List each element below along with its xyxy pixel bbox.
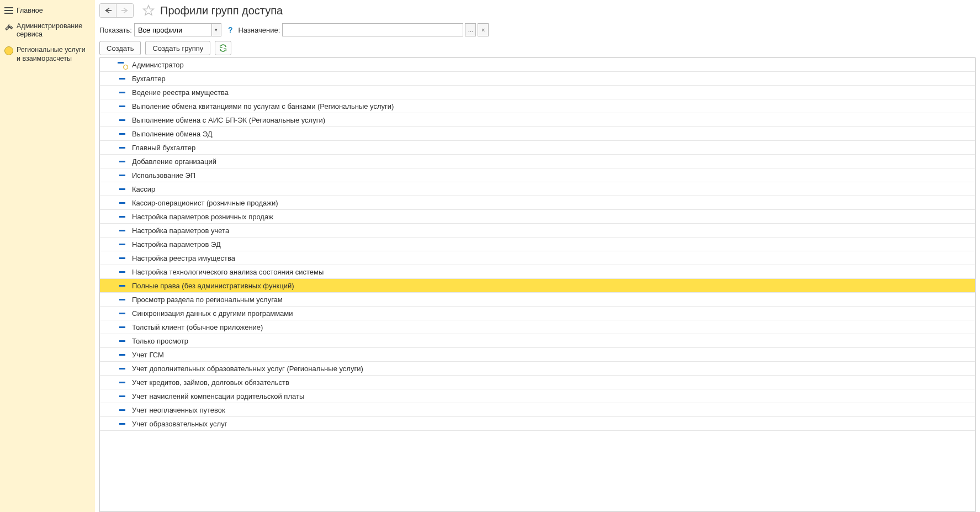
destination-lookup-button[interactable]: ...	[465, 23, 476, 36]
table-row[interactable]: Просмотр раздела по региональным услугам	[100, 293, 975, 307]
toolbar: Создать Создать группу	[99, 41, 976, 55]
destination-clear-button[interactable]: ×	[478, 23, 489, 36]
row-label: Выполнение обмена с АИС БП-ЭК (Региональ…	[129, 116, 325, 124]
table-row[interactable]: Главный бухгалтер	[100, 141, 975, 155]
table-row[interactable]: Кассир-операционист (розничные продажи)	[100, 196, 975, 210]
profile-icon	[115, 244, 129, 245]
row-label: Ведение реестра имущества	[129, 88, 229, 97]
profile-icon	[115, 133, 129, 135]
create-group-button[interactable]: Создать группу	[145, 41, 210, 55]
sidebar-item-label: Администрирование сервиса	[14, 22, 91, 39]
table-row[interactable]: Добавление организаций	[100, 155, 975, 168]
main-area: Профили групп доступа Показать: ▾ ? Назн…	[95, 0, 980, 512]
table-row[interactable]: Выполнение обмена с АИС БП-ЭК (Региональ…	[100, 113, 975, 127]
sidebar-item-main[interactable]: Главное	[0, 3, 95, 19]
table-row[interactable]: Использование ЭП	[100, 168, 975, 182]
table-row[interactable]: Настройка параметров розничных продаж	[100, 210, 975, 224]
profile-icon	[115, 423, 129, 425]
show-select: ▾	[134, 23, 221, 36]
row-label: Главный бухгалтер	[129, 144, 195, 152]
create-button[interactable]: Создать	[99, 41, 141, 55]
row-label: Выполение обмена квитанциями по услугам …	[129, 102, 394, 110]
back-button[interactable]	[100, 4, 116, 17]
table-row[interactable]: Толстый клиент (обычное приложение)	[100, 320, 975, 334]
sidebar-item-admin[interactable]: Администрирование сервиса	[0, 19, 95, 43]
row-label: Настройка параметров учета	[129, 226, 229, 235]
table-row[interactable]: Учет дополнительных образовательных услу…	[100, 362, 975, 376]
profile-icon	[115, 92, 129, 93]
profile-icon	[115, 354, 129, 356]
show-input[interactable]	[134, 23, 211, 36]
row-label: Учет неоплаченных путевок	[129, 406, 225, 414]
svg-marker-0	[144, 6, 153, 15]
profile-icon	[115, 409, 129, 411]
table-row[interactable]: Учет ГСМ	[100, 348, 975, 362]
favorite-star-icon[interactable]	[142, 4, 155, 17]
table-row[interactable]: Учет кредитов, займов, долговых обязател…	[100, 376, 975, 389]
menu-icon	[3, 7, 14, 14]
row-label: Только просмотр	[129, 337, 188, 345]
profile-icon	[115, 382, 129, 383]
show-label: Показать:	[99, 26, 132, 34]
row-label: Администратор	[129, 61, 184, 69]
profile-icon	[115, 257, 129, 259]
header: Профили групп доступа	[99, 3, 976, 18]
profile-icon	[115, 105, 129, 107]
arrow-right-icon	[121, 7, 129, 14]
profile-icon	[115, 326, 129, 328]
profile-icon	[115, 202, 129, 204]
table-row[interactable]: Учет начислений компенсации родительской…	[100, 389, 975, 403]
profile-admin-icon	[115, 62, 129, 68]
row-label: Настройка параметров ЭД	[129, 240, 221, 249]
table-row[interactable]: Бухгалтер	[100, 72, 975, 86]
table-row[interactable]: Выполнение обмена ЭД	[100, 127, 975, 141]
table-row[interactable]: Администратор	[100, 58, 975, 72]
profile-icon	[115, 147, 129, 149]
profile-icon	[115, 161, 129, 162]
refresh-button[interactable]	[215, 41, 231, 55]
table-row[interactable]: Полные права (без административных функц…	[100, 279, 975, 293]
row-label: Добавление организаций	[129, 157, 216, 166]
profile-icon	[115, 313, 129, 314]
profile-icon	[115, 299, 129, 300]
row-label: Учет дополнительных образовательных услу…	[129, 365, 363, 373]
table-row[interactable]: Учет образовательных услуг	[100, 417, 975, 431]
wrench-icon	[3, 23, 14, 31]
table-row[interactable]: Ведение реестра имущества	[100, 86, 975, 99]
table-row[interactable]: Настройка реестра имущества	[100, 251, 975, 265]
row-label: Учет образовательных услуг	[129, 420, 227, 428]
row-label: Настройка реестра имущества	[129, 254, 235, 262]
forward-button[interactable]	[116, 4, 133, 17]
table-row[interactable]: Кассир	[100, 182, 975, 196]
table-row[interactable]: Настройка параметров учета	[100, 224, 975, 237]
show-dropdown-button[interactable]: ▾	[211, 23, 221, 36]
profiles-grid[interactable]: АдминистраторБухгалтерВедение реестра им…	[99, 57, 976, 512]
table-row[interactable]: Настройка параметров ЭД	[100, 237, 975, 251]
row-label: Учет начислений компенсации родительской…	[129, 392, 304, 400]
profile-icon	[115, 271, 129, 273]
row-label: Учет кредитов, займов, долговых обязател…	[129, 378, 289, 387]
table-row[interactable]: Выполение обмена квитанциями по услугам …	[100, 99, 975, 113]
table-row[interactable]: Настройка технологического анализа состо…	[100, 265, 975, 279]
profile-icon	[115, 395, 129, 397]
row-label: Толстый клиент (обычное приложение)	[129, 323, 263, 331]
sidebar-item-label: Главное	[14, 7, 43, 15]
row-label: Синхронизация данных с другими программа…	[129, 309, 293, 318]
profile-icon	[115, 188, 129, 190]
table-row[interactable]: Только просмотр	[100, 334, 975, 348]
table-row[interactable]: Синхронизация данных с другими программа…	[100, 307, 975, 320]
row-label: Просмотр раздела по региональным услугам	[129, 295, 283, 304]
help-icon[interactable]: ?	[228, 25, 233, 34]
sidebar-item-regional[interactable]: Региональные услуги и взаиморасчеты	[0, 43, 95, 66]
page-title: Профили групп доступа	[160, 4, 283, 17]
profile-icon	[115, 340, 129, 342]
destination-input[interactable]	[282, 23, 463, 36]
destination-label: Назначение:	[238, 26, 280, 34]
circle-icon	[3, 46, 14, 55]
profile-icon	[115, 78, 129, 80]
table-row[interactable]: Учет неоплаченных путевок	[100, 403, 975, 417]
row-label: Кассир-операционист (розничные продажи)	[129, 199, 278, 207]
row-label: Использование ЭП	[129, 171, 195, 180]
chevron-down-icon: ▾	[215, 27, 218, 33]
row-label: Полные права (без административных функц…	[129, 282, 294, 290]
